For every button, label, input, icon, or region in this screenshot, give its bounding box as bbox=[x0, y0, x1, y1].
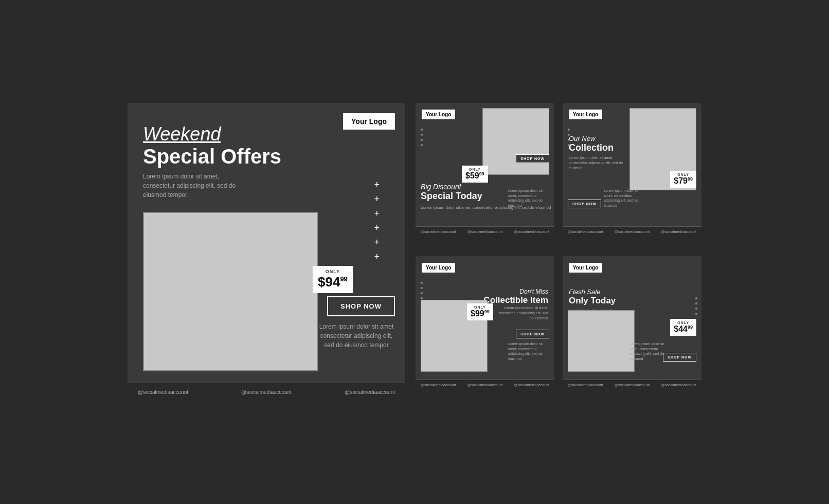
large-price-tag: ONLY $9499 bbox=[313, 266, 353, 293]
dot-1 bbox=[568, 129, 570, 131]
card4-footer: @socialmediaaccount @socialmediaaccount … bbox=[563, 380, 701, 390]
card-collectible: Your Logo ONLY $9999 Don't Miss Collecti… bbox=[416, 256, 554, 390]
plus-2: + bbox=[374, 194, 380, 204]
plus-3: + bbox=[374, 209, 380, 218]
card1-logo: Your Logo bbox=[422, 110, 455, 119]
large-logo-button[interactable]: Your Logo bbox=[343, 113, 395, 130]
card1-shop-now-button[interactable]: SHOP NOW bbox=[516, 154, 549, 163]
dot-2 bbox=[695, 302, 697, 304]
plus-1: + bbox=[374, 180, 380, 189]
dot-2 bbox=[421, 287, 423, 289]
card4-logo: Your Logo bbox=[569, 263, 602, 273]
card2-footer-a1: @socialmediaaccount bbox=[568, 230, 603, 233]
card-big-discount: Your Logo ONLY $5999 SHOP NOW Big Discou… bbox=[416, 103, 554, 237]
card3-footer-a2: @socialmediaaccount bbox=[467, 383, 503, 387]
card3-footer-a1: @socialmediaaccount bbox=[421, 383, 456, 387]
card3-dots bbox=[421, 282, 423, 299]
dot-3 bbox=[421, 292, 423, 294]
large-card: Your Logo Weekend Special Offers Lorem i… bbox=[128, 103, 405, 401]
dot-1 bbox=[695, 297, 697, 299]
dot-3 bbox=[568, 139, 570, 141]
footer-account-2: @socialmediaaccount bbox=[241, 389, 292, 395]
card2-right-desc: Lorem ipsum dolor sit amet, consectetur … bbox=[604, 188, 645, 208]
card1-image bbox=[482, 108, 549, 175]
card3-right-desc: Lorem ipsum dolor sit amet, consectetur … bbox=[508, 341, 549, 362]
card1-dots bbox=[421, 129, 423, 146]
card3-price-tag: ONLY $9999 bbox=[467, 303, 493, 320]
card2-dots bbox=[568, 129, 570, 146]
card4-footer-a3: @socialmediaaccount bbox=[661, 383, 696, 387]
card3-shop-now-button[interactable]: SHOP NOW bbox=[516, 330, 549, 338]
main-container: Your Logo Weekend Special Offers Lorem i… bbox=[107, 82, 722, 422]
card4-footer-a2: @socialmediaaccount bbox=[615, 383, 650, 387]
footer-account-3: @socialmediaaccount bbox=[345, 389, 395, 395]
dot-1 bbox=[421, 129, 423, 131]
card1-price-tag: ONLY $5999 bbox=[462, 166, 488, 183]
plus-6: + bbox=[374, 252, 380, 261]
footer-account-1: @socialmediaaccount bbox=[138, 389, 188, 395]
card2-footer-a3: @socialmediaaccount bbox=[661, 230, 696, 233]
dot-2 bbox=[421, 134, 423, 136]
card2-footer-a2: @socialmediaaccount bbox=[615, 230, 650, 233]
large-card-footer: @socialmediaaccount @socialmediaaccount … bbox=[128, 383, 405, 401]
card4-image bbox=[568, 310, 635, 372]
card-new-collection: Your Logo ONLY $7999 Our New Collection … bbox=[563, 103, 701, 237]
plus-5: + bbox=[374, 238, 380, 247]
card1-footer-a2: @socialmediaaccount bbox=[467, 230, 503, 233]
card1-footer-a3: @socialmediaaccount bbox=[514, 230, 549, 233]
card1-footer-a1: @socialmediaaccount bbox=[421, 230, 456, 233]
card4-price-tag: ONLY $4499 bbox=[670, 319, 696, 336]
dot-2 bbox=[568, 134, 570, 136]
card2-price-tag: ONLY $7999 bbox=[670, 171, 696, 188]
large-price-main: $9499 bbox=[318, 274, 348, 290]
card4-dots bbox=[695, 297, 697, 315]
plus-4: + bbox=[374, 223, 380, 232]
dot-3 bbox=[421, 139, 423, 141]
card3-footer: @socialmediaaccount @socialmediaaccount … bbox=[416, 380, 554, 390]
dot-1 bbox=[421, 282, 423, 284]
dot-3 bbox=[695, 308, 697, 310]
right-grid: Your Logo ONLY $5999 SHOP NOW Big Discou… bbox=[416, 103, 701, 401]
large-image-placeholder bbox=[143, 212, 318, 371]
dot-4 bbox=[568, 144, 570, 146]
card1-right-desc: Lorem ipsum dolor sit amet, consectetur … bbox=[508, 188, 549, 208]
large-bottom-text: Lorem ipsum dolor sit amet consectetur a… bbox=[318, 322, 395, 350]
card2-footer: @socialmediaaccount @socialmediaaccount … bbox=[563, 226, 701, 237]
dot-4 bbox=[421, 297, 423, 299]
card4-footer-a1: @socialmediaaccount bbox=[568, 383, 603, 387]
card3-footer-a3: @socialmediaaccount bbox=[514, 383, 549, 387]
card-flash-sale: Your Logo ONLY $4499 Flash Sale Only Tod… bbox=[563, 256, 701, 390]
card2-shop-now-button[interactable]: SHOP NOW bbox=[568, 200, 601, 208]
dot-4 bbox=[695, 313, 697, 315]
plus-decorations: + + + + + + bbox=[374, 180, 380, 261]
card3-logo: Your Logo bbox=[422, 263, 455, 273]
large-shop-now-button[interactable]: SHOP NOW bbox=[327, 296, 395, 316]
headline: Weekend Special Offers bbox=[143, 123, 390, 168]
card1-footer: @socialmediaaccount @socialmediaaccount … bbox=[416, 226, 554, 237]
card4-shop-now-button[interactable]: SHOP NOW bbox=[663, 353, 696, 362]
card2-logo: Your Logo bbox=[569, 110, 602, 119]
headline-bold: Special Offers bbox=[143, 145, 390, 168]
dot-4 bbox=[421, 144, 423, 146]
card4-right-desc: Lorem ipsum dolor sit amet, consectetur … bbox=[629, 341, 665, 362]
headline-subtext: Lorem ipsum dolor sit amet, consectetur … bbox=[143, 172, 246, 200]
